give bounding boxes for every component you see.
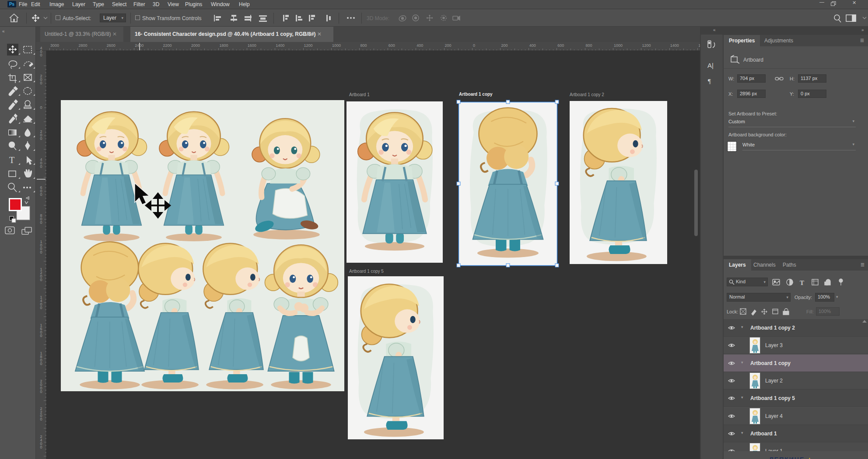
svg-text:¶: ¶ xyxy=(708,78,711,85)
svg-text:A|: A| xyxy=(707,62,714,69)
svg-text:T: T xyxy=(9,155,14,165)
svg-text:T: T xyxy=(800,279,804,286)
